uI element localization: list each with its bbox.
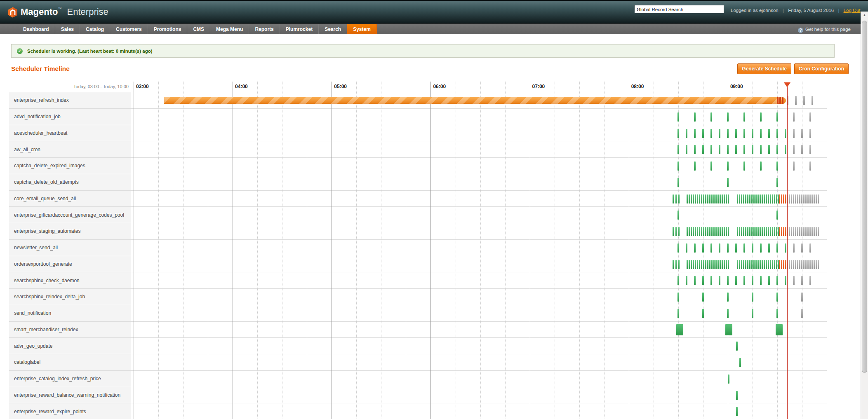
task-tick-pending[interactable]	[797, 194, 798, 204]
task-tick-success[interactable]	[710, 129, 712, 138]
task-tick-success[interactable]	[727, 145, 729, 154]
task-tick-success[interactable]	[694, 243, 696, 253]
task-tick-success[interactable]	[694, 129, 696, 138]
task-tick-pending[interactable]	[809, 162, 811, 171]
task-tick-success[interactable]	[678, 227, 680, 236]
task-tick-pending[interactable]	[805, 194, 807, 204]
nav-item-customers[interactable]: Customers	[110, 24, 148, 34]
task-tick-success[interactable]	[727, 112, 729, 122]
task-tick-success[interactable]	[710, 243, 712, 253]
task-tick-success[interactable]	[711, 227, 713, 236]
task-tick-running[interactable]	[781, 227, 782, 236]
task-tick-pending[interactable]	[789, 260, 790, 269]
task-tick-success[interactable]	[774, 260, 775, 269]
task-tick-success[interactable]	[774, 227, 775, 236]
task-tick-success[interactable]	[747, 260, 748, 269]
task-tick-running[interactable]	[785, 194, 786, 204]
task-tick-success[interactable]	[743, 243, 745, 253]
task-tick-success[interactable]	[760, 243, 762, 253]
task-tick-pending[interactable]	[801, 145, 803, 154]
task-tick-pending[interactable]	[809, 260, 811, 269]
task-tick-pending[interactable]	[801, 293, 803, 302]
task-tick-pending[interactable]	[807, 260, 809, 269]
task-tick-success[interactable]	[702, 129, 704, 138]
task-tick-success[interactable]	[768, 227, 769, 236]
task-tick-success[interactable]	[724, 260, 725, 269]
task-tick-success[interactable]	[727, 129, 729, 138]
task-tick-success[interactable]	[749, 260, 750, 269]
task-tick-success[interactable]	[687, 227, 688, 236]
task-tick-success[interactable]	[745, 260, 746, 269]
task-tick-success[interactable]	[697, 227, 698, 236]
task-tick-pending[interactable]	[803, 260, 804, 269]
nav-item-cms[interactable]: CMS	[187, 24, 210, 34]
task-tick-success[interactable]	[689, 194, 690, 204]
task-tick-success[interactable]	[727, 178, 729, 187]
task-tick-success[interactable]	[687, 260, 688, 269]
task-tick-running[interactable]	[783, 227, 784, 236]
task-tick-running[interactable]	[783, 260, 784, 269]
task-tick-success[interactable]	[727, 293, 729, 302]
cron-configuration-button[interactable]: Cron Configuration	[794, 63, 849, 74]
task-tick-success[interactable]	[752, 243, 753, 253]
task-tick-success[interactable]	[776, 112, 778, 122]
task-tick-pending[interactable]	[805, 260, 807, 269]
task-tick-success[interactable]	[751, 227, 753, 236]
task-tick-success[interactable]	[737, 194, 738, 204]
task-tick-success[interactable]	[702, 243, 704, 253]
task-tick-pending[interactable]	[795, 260, 796, 269]
task-tick-success[interactable]	[745, 227, 746, 236]
task-tick-pending[interactable]	[791, 194, 792, 204]
task-tick-success[interactable]	[677, 276, 679, 285]
task-tick-success[interactable]	[785, 145, 786, 154]
task-tick-success[interactable]	[686, 276, 687, 285]
task-tick-pending[interactable]	[816, 227, 817, 236]
task-tick-success[interactable]	[703, 194, 704, 204]
task-tick-pending[interactable]	[807, 227, 809, 236]
task-tick-success[interactable]	[749, 227, 750, 236]
task-tick-success[interactable]	[768, 260, 769, 269]
task-tick-error[interactable]	[777, 97, 779, 104]
task-tick-running[interactable]	[785, 227, 786, 236]
task-tick-success[interactable]	[709, 260, 710, 269]
task-tick-pending[interactable]	[793, 276, 795, 285]
task-tick-running[interactable]	[779, 227, 780, 236]
task-tick-success[interactable]	[677, 309, 679, 318]
task-tick-success[interactable]	[717, 227, 719, 236]
task-tick-success[interactable]	[751, 260, 753, 269]
task-tick-pending[interactable]	[803, 96, 805, 105]
task-tick-success[interactable]	[752, 145, 753, 154]
task-tick-success[interactable]	[694, 162, 696, 171]
task-tick-success[interactable]	[741, 227, 742, 236]
nav-item-promotions[interactable]: Promotions	[148, 24, 188, 34]
generate-schedule-button[interactable]: Generate Schedule	[737, 63, 791, 74]
task-tick-pending[interactable]	[793, 129, 795, 138]
scrollbar-up-arrow-icon[interactable]: ▲	[861, 12, 868, 19]
nav-item-catalog[interactable]: Catalog	[80, 24, 110, 34]
task-tick-success[interactable]	[726, 260, 727, 269]
task-tick-success[interactable]	[710, 162, 712, 171]
task-tick-success[interactable]	[736, 407, 738, 416]
task-tick-success[interactable]	[776, 260, 777, 269]
nav-item-system[interactable]: System	[347, 24, 377, 34]
task-tick-pending[interactable]	[812, 260, 813, 269]
task-tick-success[interactable]	[677, 178, 679, 187]
task-tick-success[interactable]	[760, 112, 762, 122]
task-tick-running[interactable]	[781, 260, 782, 269]
task-tick-success[interactable]	[743, 194, 744, 204]
task-tick-pending[interactable]	[793, 227, 794, 236]
task-tick-pending[interactable]	[818, 260, 819, 269]
task-tick-success[interactable]	[757, 227, 759, 236]
task-tick-success[interactable]	[757, 260, 759, 269]
task-tick-pending[interactable]	[809, 112, 811, 122]
task-tick-running[interactable]	[783, 194, 784, 204]
task-tick-success[interactable]	[735, 276, 737, 285]
nav-item-plumrocket[interactable]: Plumrocket	[280, 24, 319, 34]
task-tick-success[interactable]	[724, 227, 725, 236]
task-tick-success[interactable]	[695, 194, 696, 204]
task-tick-running[interactable]	[781, 194, 782, 204]
task-tick-success[interactable]	[715, 260, 717, 269]
task-tick-success[interactable]	[707, 227, 708, 236]
task-tick-success[interactable]	[745, 194, 746, 204]
task-tick-success[interactable]	[710, 145, 712, 154]
